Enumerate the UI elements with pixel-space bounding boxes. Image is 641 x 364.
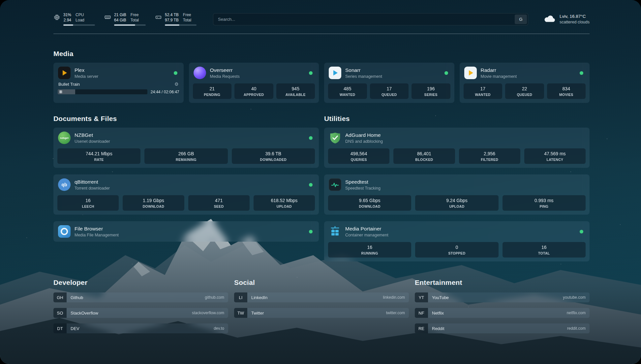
topbar: 31%2.94CPULoad21 GiB64 GiBFreeTotal52.4 … bbox=[53, 13, 590, 26]
stat-label: LEECH bbox=[58, 204, 118, 208]
service-name: NZBGet bbox=[75, 132, 110, 138]
stat-label: DOWNLOADED bbox=[233, 158, 314, 162]
cpu-label-1: CPU bbox=[76, 13, 84, 18]
documents-files-cards: nzbgetNZBGetUsenet downloader744.21 Mbps… bbox=[53, 128, 319, 242]
service-name: Radarr bbox=[481, 67, 517, 73]
stat-latency: 47.569 msLATENCY bbox=[524, 148, 586, 164]
service-stats: 21PENDING40APPROVED945AVAILABLE bbox=[193, 83, 315, 99]
service-stats: 16LEECH1.19 GbpsDOWNLOAD471SEED618.52 Mb… bbox=[57, 195, 315, 211]
stat-label: QUEUED bbox=[506, 93, 543, 97]
bookmark-group-social: SocialLILinkedInlinkedin.comTWTwittertwi… bbox=[234, 279, 409, 333]
search-bar[interactable]: G bbox=[213, 13, 528, 25]
stat-stopped: 0STOPPED bbox=[415, 242, 498, 258]
service-card-speedtest[interactable]: SpeedtestSpeedtest Tracking9.65 GbpsDOWN… bbox=[324, 174, 590, 215]
service-card-filebrowser[interactable]: File BrowserMedia File Management bbox=[53, 221, 319, 242]
utilities-cards: AdGuard HomeDNS and adblocking498,564QUE… bbox=[324, 128, 590, 261]
search-provider-button[interactable]: G bbox=[515, 15, 527, 24]
stat-movies: 834MOVIES bbox=[547, 83, 586, 99]
service-description: Media server bbox=[75, 74, 98, 79]
stat-value: 196 bbox=[412, 86, 449, 91]
disk-value-2: 97.9 TB bbox=[165, 18, 179, 23]
now-playing: Bullet Train⚙24:44 / 02:06:47 bbox=[57, 81, 180, 94]
stat-label: SEED bbox=[189, 204, 249, 208]
service-card-sonarr[interactable]: SonarrSeries management485WANTED17QUEUED… bbox=[324, 63, 454, 103]
bookmark-group-entertainment: EntertainmentYTYouTubeyoutube.comNFNetfl… bbox=[415, 279, 590, 333]
stat-remaining: 266 GBREMAINING bbox=[144, 148, 228, 164]
stat-series: 196SERIES bbox=[412, 83, 450, 99]
service-card-plex[interactable]: PlexMedia serverBullet Train⚙24:44 / 02:… bbox=[53, 63, 184, 103]
disk-icon bbox=[155, 14, 162, 22]
bookmark-stackoverflow[interactable]: SOStackOverflowstackoverflow.com bbox=[53, 308, 228, 318]
service-card-qbittorrent[interactable]: qbqBittorrentTorrent downloader16LEECH1.… bbox=[53, 174, 319, 215]
bookmark-twitter[interactable]: TWTwittertwitter.com bbox=[234, 308, 409, 318]
service-card-radarr[interactable]: RadarrMovie management17WANTED22QUEUED83… bbox=[460, 63, 590, 103]
stat-label: WANTED bbox=[329, 93, 366, 97]
stat-label: UPLOAD bbox=[416, 204, 497, 208]
search-input[interactable] bbox=[213, 13, 528, 25]
service-header: RadarrMovie management bbox=[464, 66, 586, 79]
bookmark-linkedin[interactable]: LILinkedInlinkedin.com bbox=[234, 292, 409, 302]
bookmark-name: Github bbox=[71, 295, 205, 300]
qbittorrent-icon: qb bbox=[58, 178, 71, 191]
stat-label: MOVIES bbox=[548, 93, 585, 97]
service-name: Sonarr bbox=[345, 67, 382, 73]
service-description: Torrent downloader bbox=[75, 186, 110, 191]
stat-label: FILTERED bbox=[460, 158, 519, 162]
bookmark-name: Netflix bbox=[432, 311, 567, 316]
stat-value: 17 bbox=[371, 86, 408, 91]
bookmark-netflix[interactable]: NFNetflixnetflix.com bbox=[415, 308, 590, 318]
radarr-icon bbox=[464, 67, 477, 79]
pause-icon[interactable] bbox=[60, 90, 62, 93]
bookmark-name: YouTube bbox=[432, 295, 563, 300]
bookmark-name: DEV bbox=[71, 326, 214, 331]
snow-particles bbox=[0, 0, 1, 1]
stat-value: 40 bbox=[235, 86, 272, 91]
stat-label: UPLOAD bbox=[255, 204, 314, 208]
stat-value: 86,401 bbox=[394, 151, 454, 156]
service-stats: 16RUNNING0STOPPED16TOTAL bbox=[328, 242, 586, 258]
service-card-overseerr[interactable]: OverseerrMedia Requests21PENDING40APPROV… bbox=[189, 63, 319, 103]
bookmark-github[interactable]: GHGithubgithub.com bbox=[53, 292, 228, 302]
stat-filtered: 2,956FILTERED bbox=[459, 148, 520, 164]
dashboard-content: 31%2.94CPULoad21 GiB64 GiBFreeTotal52.4 … bbox=[0, 0, 641, 347]
stat-value: 22 bbox=[506, 86, 543, 91]
service-card-nzbget[interactable]: nzbgetNZBGetUsenet downloader744.21 Mbps… bbox=[53, 128, 319, 168]
playback-progress-bar[interactable] bbox=[58, 89, 147, 94]
stat-value: 1.19 Gbps bbox=[124, 198, 183, 203]
group-title-utilities: Utilities bbox=[324, 115, 590, 123]
gear-icon[interactable]: ⚙ bbox=[174, 81, 179, 87]
bookmark-dev[interactable]: DTDEVdev.to bbox=[53, 323, 228, 333]
status-dot-online bbox=[174, 71, 177, 75]
stat-value: 16 bbox=[329, 245, 410, 250]
stat-downloaded: 39.6 TBDOWNLOADED bbox=[232, 148, 315, 164]
bookmark-reddit[interactable]: RERedditreddit.com bbox=[415, 323, 590, 333]
cpu-value-2: 2.94 bbox=[63, 18, 71, 23]
stat-value: 0 bbox=[416, 245, 497, 250]
bookmark-abbr: SO bbox=[53, 308, 67, 318]
bookmark-url: reddit.com bbox=[567, 326, 586, 331]
stat-value: 0.993 ms bbox=[504, 198, 585, 203]
disk-usage-bar bbox=[165, 24, 197, 26]
service-card-adguard[interactable]: AdGuard HomeDNS and adblocking498,564QUE… bbox=[324, 128, 590, 168]
bookmark-group-developer: DeveloperGHGithubgithub.comSOStackOverfl… bbox=[53, 279, 228, 333]
divider bbox=[53, 34, 590, 34]
bookmark-group-title: Developer bbox=[53, 279, 228, 287]
service-card-portainer[interactable]: Media PortainerContainer management16RUN… bbox=[324, 221, 590, 261]
service-name: File Browser bbox=[75, 226, 119, 232]
bookmark-name: Reddit bbox=[432, 326, 567, 331]
stat-ping: 0.993 msPING bbox=[503, 195, 586, 211]
bookmark-abbr: NF bbox=[415, 308, 428, 318]
stat-label: AVAILABLE bbox=[277, 93, 314, 97]
stat-available: 945AVAILABLE bbox=[276, 83, 315, 99]
service-name: Media Portainer bbox=[345, 226, 388, 232]
group-documents-files: Documents & Files nzbgetNZBGetUsenet dow… bbox=[53, 115, 319, 261]
status-dot-online bbox=[580, 71, 583, 75]
bookmark-youtube[interactable]: YTYouTubeyoutube.com bbox=[415, 292, 590, 302]
bookmark-url: twitter.com bbox=[386, 311, 405, 315]
stat-wanted: 17WANTED bbox=[464, 83, 503, 99]
bookmark-name: StackOverflow bbox=[71, 311, 192, 316]
stat-rate: 744.21 MbpsRATE bbox=[57, 148, 140, 164]
stat-value: 471 bbox=[189, 198, 249, 203]
status-dot-online bbox=[309, 183, 313, 187]
stat-total: 16TOTAL bbox=[503, 242, 586, 258]
